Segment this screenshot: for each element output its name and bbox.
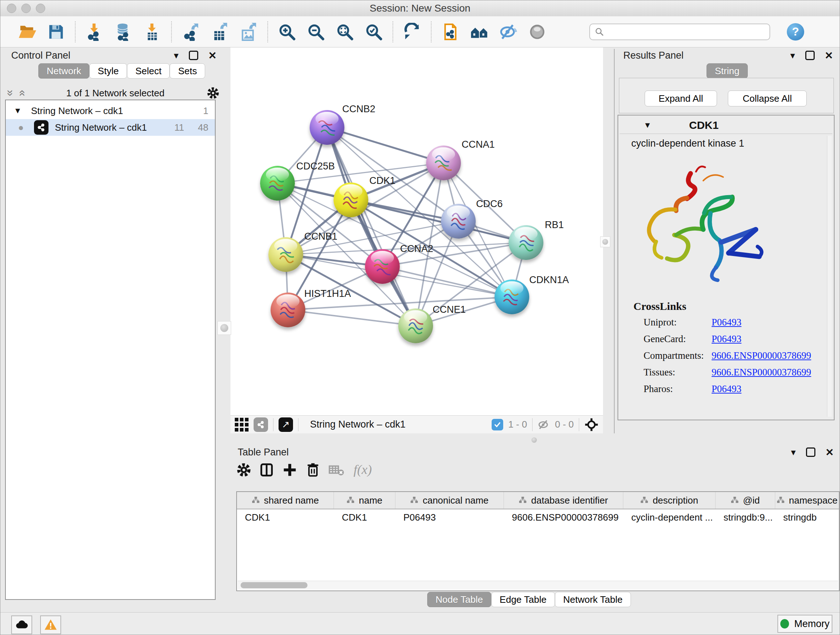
search-box[interactable] xyxy=(589,24,770,40)
network-edge[interactable] xyxy=(327,127,444,163)
crosslink-tissues-link[interactable]: 9606.ENSP00000378699 xyxy=(712,367,811,378)
panel-float-icon[interactable] xyxy=(189,51,198,60)
crosslink-compartments-link[interactable]: 9606.ENSP00000378699 xyxy=(712,350,811,361)
export-network-button[interactable] xyxy=(180,21,202,43)
network-node-CCNA2[interactable] xyxy=(365,249,400,284)
tree-expander-icon[interactable]: ▼ xyxy=(14,106,22,116)
save-session-button[interactable] xyxy=(45,21,67,43)
scrollbar-thumb[interactable] xyxy=(240,582,308,588)
crosslink-pharos-link[interactable]: P06493 xyxy=(712,383,742,394)
import-network-from-database-button[interactable] xyxy=(112,21,134,43)
column-header-name[interactable]: name xyxy=(334,492,395,509)
export-table-button[interactable] xyxy=(209,21,231,43)
panel-float-icon[interactable] xyxy=(805,51,815,60)
cloud-status-button[interactable] xyxy=(11,616,32,634)
hide-graphics-button[interactable] xyxy=(497,21,519,43)
right-splitter-handle[interactable] xyxy=(600,236,610,247)
network-node-CDC25B[interactable] xyxy=(260,166,295,201)
zoom-out-button[interactable] xyxy=(305,21,327,43)
panel-menu-chevron-icon[interactable]: ▾ xyxy=(791,448,796,457)
expand-all-button[interactable]: Expand All xyxy=(645,90,717,106)
section-expander-icon[interactable]: ▼ xyxy=(644,120,652,130)
network-node-CDC6[interactable] xyxy=(441,204,476,239)
cell-database-identifier[interactable]: 9606.ENSP00000378699 xyxy=(504,512,623,523)
panel-close-icon[interactable]: ✕ xyxy=(825,50,833,62)
zoom-selected-button[interactable] xyxy=(363,21,385,43)
warning-status-button[interactable] xyxy=(40,616,61,634)
add-column-icon[interactable] xyxy=(282,462,298,478)
network-node-HIST1H1A[interactable] xyxy=(271,293,305,327)
tab-node-table[interactable]: Node Table xyxy=(427,592,491,607)
panel-close-icon[interactable]: ✕ xyxy=(826,447,834,458)
node-section-header[interactable]: ▼ CDK1 xyxy=(620,117,832,134)
zoom-fit-button[interactable] xyxy=(334,21,355,43)
crosslink-genecard-link[interactable]: P06493 xyxy=(712,333,742,345)
tab-edge-table[interactable]: Edge Table xyxy=(491,592,555,607)
table-row[interactable]: CDK1 CDK1 P06493 9606.ENSP00000378699 cy… xyxy=(237,509,839,525)
memory-button[interactable]: Memory xyxy=(777,615,832,633)
tab-network[interactable]: Network xyxy=(38,63,89,79)
birdseye-view-icon[interactable]: ↗ xyxy=(279,417,293,432)
network-canvas[interactable]: CCNB2CCNA1CDC25BCDK1CDC6RB1CCNB1CCNA2CDK… xyxy=(231,48,603,415)
cell-id[interactable]: stringdb:9... xyxy=(715,512,775,523)
tab-network-table[interactable]: Network Table xyxy=(555,592,631,607)
network-node-CCNA1[interactable] xyxy=(426,146,461,180)
panel-menu-chevron-icon[interactable]: ▾ xyxy=(174,51,178,60)
tab-style[interactable]: Style xyxy=(89,63,127,79)
crosslink-uniprot-link[interactable]: P06493 xyxy=(712,317,742,328)
column-header-id[interactable]: @id xyxy=(715,492,775,509)
column-header-database-identifier[interactable]: database identifier xyxy=(504,492,623,509)
gear-icon[interactable] xyxy=(236,462,251,478)
cell-description[interactable]: cyclin-dependent ... xyxy=(623,512,715,523)
grid-view-icon[interactable] xyxy=(235,418,248,432)
delete-column-icon[interactable] xyxy=(305,462,321,478)
collapse-all-button[interactable]: Collapse All xyxy=(728,90,807,106)
network-collection-row[interactable]: ▼ String Network – cdk1 1 xyxy=(6,103,215,119)
string-view-badge-icon[interactable] xyxy=(254,417,268,432)
column-header-namespace[interactable]: namespace xyxy=(775,492,839,509)
selected-checkbox-icon[interactable] xyxy=(492,419,503,431)
crosshair-icon[interactable] xyxy=(584,417,599,432)
zoom-in-button[interactable] xyxy=(276,21,298,43)
vertical-splitter[interactable] xyxy=(614,49,615,433)
show-graphics-button[interactable] xyxy=(526,21,548,43)
home-button[interactable] xyxy=(469,21,490,43)
column-header-description[interactable]: description xyxy=(623,492,715,509)
expand-all-networks-icon[interactable]: » xyxy=(15,90,27,96)
network-node-CCNB1[interactable] xyxy=(268,237,303,272)
export-image-button[interactable] xyxy=(238,21,259,43)
network-node-RB1[interactable] xyxy=(508,225,543,260)
network-row-selected[interactable]: ● String Network – cdk1 11 48 xyxy=(6,119,215,136)
panel-float-icon[interactable] xyxy=(806,448,815,457)
panel-menu-chevron-icon[interactable]: ▾ xyxy=(790,51,795,60)
network-node-CCNE1[interactable] xyxy=(398,309,433,343)
network-node-CDK1[interactable] xyxy=(333,182,368,217)
cell-name[interactable]: CDK1 xyxy=(334,512,395,523)
import-network-button[interactable] xyxy=(84,21,105,43)
network-node-CCNB2[interactable] xyxy=(309,110,344,145)
network-node-CDKN1A[interactable] xyxy=(494,279,529,314)
column-header-canonical-name[interactable]: canonical name xyxy=(395,492,504,509)
results-scrollbar[interactable] xyxy=(827,136,832,417)
import-table-button[interactable] xyxy=(141,21,163,43)
panel-close-icon[interactable]: ✕ xyxy=(208,50,217,62)
search-input[interactable] xyxy=(608,26,765,38)
cell-canonical-name[interactable]: P06493 xyxy=(395,512,504,523)
hidden-eye-slash-icon[interactable] xyxy=(538,418,550,431)
left-splitter-handle[interactable] xyxy=(218,321,231,335)
gear-icon[interactable] xyxy=(207,87,219,100)
refresh-button[interactable] xyxy=(401,21,423,43)
help-button[interactable]: ? xyxy=(787,23,804,41)
network-edges[interactable] xyxy=(231,48,603,415)
tab-sets[interactable]: Sets xyxy=(170,63,205,79)
open-session-button[interactable] xyxy=(16,21,38,43)
column-header-shared-name[interactable]: shared name xyxy=(237,492,334,509)
table-horizontal-scrollbar[interactable] xyxy=(238,581,838,590)
cell-shared-name[interactable]: CDK1 xyxy=(237,512,334,523)
network-edge[interactable] xyxy=(288,310,416,326)
network-edge[interactable] xyxy=(382,266,512,297)
tab-select[interactable]: Select xyxy=(127,63,170,79)
annotation-button[interactable] xyxy=(439,21,461,43)
tab-string[interactable]: String xyxy=(706,63,748,79)
cell-namespace[interactable]: stringdb xyxy=(775,512,839,523)
